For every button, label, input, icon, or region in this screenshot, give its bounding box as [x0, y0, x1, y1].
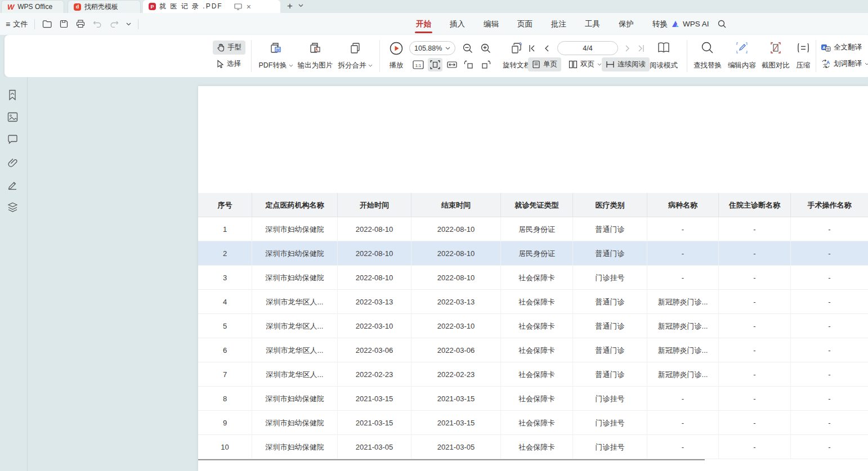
table-cell: 4: [198, 290, 252, 314]
search-icon[interactable]: [717, 19, 727, 29]
window-tab-bar: W WPS Office d 找稻壳模板 P 就 医 记 录 .PDF × +: [0, 0, 868, 13]
table-cell: -: [647, 241, 719, 266]
new-tab-button[interactable]: +: [284, 1, 296, 12]
table-cell: -: [791, 435, 868, 459]
ribbon-tab-转换[interactable]: 转换: [651, 14, 669, 34]
column-header: 病种名称: [647, 193, 719, 217]
open-file-icon[interactable]: [42, 19, 52, 29]
hand-tool-button[interactable]: 手型: [213, 41, 245, 55]
table-row[interactable]: 3深圳市妇幼保健院2022-08-102022-08-10社会保障卡门诊挂号--…: [198, 266, 868, 290]
print-icon[interactable]: [75, 19, 86, 29]
ribbon-tab-保护[interactable]: 保护: [618, 14, 635, 34]
save-icon[interactable]: [59, 19, 69, 29]
table-cell: -: [791, 241, 868, 266]
table-row[interactable]: 7深圳市龙华区人...2022-02-232022-02-23社会保障卡普通门诊…: [198, 362, 868, 387]
table-cell: 8: [198, 387, 252, 411]
table-cell: 2: [198, 241, 252, 266]
wps-ai-button[interactable]: WPS AI: [671, 20, 709, 28]
find-replace-button[interactable]: 查找替换: [689, 40, 726, 73]
ribbon-tab-编辑[interactable]: 编辑: [482, 14, 500, 34]
next-page-button[interactable]: [621, 42, 634, 55]
undo-icon[interactable]: [92, 19, 102, 29]
rotate-left-button[interactable]: [462, 58, 476, 71]
word-translate-icon: 文 A: [821, 59, 831, 69]
table-row[interactable]: 2深圳市妇幼保健院2022-08-102022-08-10居民身份证普通门诊--…: [198, 241, 868, 266]
signature-icon[interactable]: [7, 180, 19, 191]
edit-content-label: 编辑内容: [728, 61, 756, 70]
last-page-button[interactable]: [635, 42, 647, 55]
close-tab-icon[interactable]: ×: [247, 2, 251, 11]
file-menu-button[interactable]: ≡ 文件: [6, 19, 28, 29]
divider: [138, 19, 138, 29]
layers-icon[interactable]: [7, 202, 19, 213]
quick-access-chevron-icon[interactable]: [126, 23, 131, 26]
table-cell: 社会保障卡: [501, 314, 573, 338]
table-cell: 居民身份证: [501, 241, 573, 266]
continuous-read-button[interactable]: 连续阅读: [602, 57, 650, 71]
tab-docer-templates[interactable]: d 找稻壳模板: [68, 0, 141, 13]
table-row[interactable]: 1深圳市妇幼保健院2022-08-102022-08-10居民身份证普通门诊--…: [198, 217, 868, 241]
actual-size-button[interactable]: 1:1: [411, 58, 426, 71]
table-cell: 社会保障卡: [501, 411, 573, 435]
compress-button[interactable]: 压缩: [791, 40, 815, 73]
play-label: 播放: [390, 61, 404, 70]
double-page-button[interactable]: 双页: [565, 57, 606, 71]
zoom-in-button[interactable]: [478, 42, 493, 55]
table-cell: -: [719, 387, 791, 411]
select-tool-button[interactable]: 选择: [213, 57, 245, 71]
table-cell: -: [719, 241, 791, 266]
table-cell: -: [791, 290, 868, 314]
table-cell: 2021-03-05: [338, 435, 411, 459]
bookmark-icon[interactable]: [7, 89, 19, 101]
ribbon-tab-插入[interactable]: 插入: [449, 14, 466, 34]
edit-content-button[interactable]: 编辑内容: [723, 40, 760, 73]
read-mode-button[interactable]: 阅读模式: [646, 40, 681, 73]
table-row[interactable]: 4深圳市龙华区人...2022-03-132022-03-13社会保障卡普通门诊…: [198, 290, 868, 314]
split-merge-button[interactable]: 拆分合并: [334, 40, 376, 73]
rotate-right-button[interactable]: [478, 58, 493, 71]
tab-list-chevron-icon[interactable]: [298, 4, 303, 7]
word-translate-button[interactable]: 文 A 划词翻译: [821, 59, 868, 69]
full-translate-button[interactable]: A 文 全文翻译: [821, 43, 862, 52]
table-cell: 门诊挂号: [573, 435, 647, 459]
tab-document[interactable]: P 就 医 记 录 .PDF ×: [143, 0, 280, 13]
table-cell: 深圳市妇幼保健院: [252, 241, 338, 266]
screenshot-compare-icon: [769, 41, 782, 55]
fit-page-button[interactable]: [428, 58, 442, 71]
play-button[interactable]: 播放: [383, 40, 410, 73]
ribbon-tab-开始[interactable]: 开始: [415, 14, 432, 34]
chevron-down-icon: [445, 47, 450, 50]
ribbon-tab-工具[interactable]: 工具: [584, 14, 601, 34]
wps-ai-label: WPS AI: [683, 20, 709, 28]
prev-page-button[interactable]: [540, 42, 553, 55]
page-number-input[interactable]: 4/4: [557, 41, 618, 55]
ribbon-tab-页面[interactable]: 页面: [516, 14, 534, 34]
redo-icon[interactable]: [109, 19, 119, 29]
monitor-icon[interactable]: [234, 3, 242, 10]
export-image-button[interactable]: 输出为图片: [293, 40, 337, 73]
zoom-level-select[interactable]: 105.88%: [409, 41, 455, 55]
table-header-row: 序号定点医药机构名称开始时间结束时间就诊凭证类型医疗类别病种名称住院主诊断名称手…: [198, 193, 868, 217]
ribbon-tab-批注[interactable]: 批注: [550, 14, 567, 34]
full-translate-icon: A 文: [821, 43, 831, 52]
table-row[interactable]: 10深圳市妇幼保健院2021-03-052021-03-05社会保障卡门诊挂号-…: [198, 435, 868, 459]
table-row[interactable]: 8深圳市妇幼保健院2021-03-152021-03-15社会保障卡门诊挂号--…: [198, 387, 868, 411]
single-page-button[interactable]: 单页: [528, 57, 561, 71]
attachment-icon[interactable]: [7, 157, 19, 168]
pdf-convert-button[interactable]: W PDF转换: [256, 40, 296, 73]
table-cell: -: [719, 411, 791, 435]
fit-width-button[interactable]: [445, 58, 459, 71]
zoom-out-button[interactable]: [460, 42, 475, 55]
table-cell: 2021-03-05: [411, 435, 501, 459]
first-page-button[interactable]: [526, 42, 538, 55]
comments-icon[interactable]: [7, 134, 19, 146]
medical-table: 序号定点医药机构名称开始时间结束时间就诊凭证类型医疗类别病种名称住院主诊断名称手…: [198, 193, 868, 459]
pdf-convert-icon: W: [269, 41, 283, 56]
table-row[interactable]: 5深圳市龙华区人...2022-03-102022-03-10社会保障卡普通门诊…: [198, 314, 868, 338]
tab-wps-office[interactable]: W WPS Office: [1, 0, 64, 13]
screenshot-compare-button[interactable]: 截图对比: [757, 40, 794, 73]
page-thumbnails-icon[interactable]: [7, 112, 19, 123]
table-row[interactable]: 9深圳市妇幼保健院2021-03-152021-03-15社会保障卡门诊挂号--…: [198, 411, 868, 435]
table-row[interactable]: 6深圳市龙华区人...2022-03-062022-03-06社会保障卡普通门诊…: [198, 338, 868, 362]
table-cell: 2022-08-10: [338, 241, 411, 266]
